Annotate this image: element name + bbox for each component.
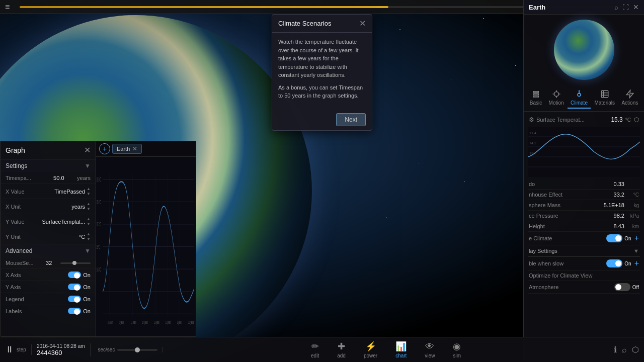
graph-labels-on-label: On <box>83 308 91 314</box>
v-atmosphere-toggle[interactable] <box>614 283 630 291</box>
graph-settings-header[interactable]: Settings ▼ <box>1 159 96 172</box>
graph-earth-tab-close-icon[interactable]: ✕ <box>132 145 137 152</box>
graph-labels-label: Labels <box>6 308 22 314</box>
right-panel-close-button[interactable]: ✕ <box>633 3 639 11</box>
panel-maximize-icon[interactable]: ⛶ <box>622 4 629 11</box>
graph-y-value-select[interactable]: SurfaceTemplat... ▲▼ <box>42 217 91 226</box>
add-label: add <box>337 353 346 358</box>
tab-actions[interactable]: Actions <box>618 87 641 109</box>
greenhouse-row: nhouse Effect 33.2 °C <box>528 190 640 200</box>
graph-y-value-label: Y Value <box>6 219 25 225</box>
graph-advanced-header[interactable]: Advanced ▼ <box>1 244 96 257</box>
tool-sim[interactable]: ◉ sim <box>449 339 465 360</box>
tab-materials[interactable]: Materials <box>591 87 618 109</box>
graph-legend-on-label: On <box>83 296 91 302</box>
tool-view[interactable]: 👁 view <box>421 339 439 360</box>
graph-x-unit-arrows[interactable]: ▲▼ <box>87 202 91 211</box>
sim-icon: ◉ <box>453 341 461 352</box>
graph-mouse-sensitivity-thumb[interactable] <box>72 261 76 265</box>
graph-mouse-sensitivity-row: MouseSe... 32 <box>1 257 96 269</box>
modal-close-button[interactable]: ✕ <box>359 19 366 28</box>
graph-title: Graph <box>6 146 25 154</box>
live-climate-add-button[interactable]: + <box>634 234 639 243</box>
graph-chart-area: + Earth ✕ <box>96 141 196 336</box>
tool-chart[interactable]: 📊 chart <box>391 339 411 360</box>
svg-rect-1 <box>601 90 608 98</box>
tool-add[interactable]: ✚ add <box>333 339 350 360</box>
surface-pressure-row: ce Pressure 98.2 kPa <box>528 211 640 221</box>
display-settings-header[interactable]: lay Settings ▼ <box>528 245 640 257</box>
graph-x-value-select[interactable]: TimePassed ▲▼ <box>54 187 91 196</box>
svg-text:1 years: 1 years <box>119 320 124 325</box>
graph-x-value-row: X Value TimePassed ▲▼ <box>1 184 96 199</box>
atmosphere-mass-value: 5.1E+18 <box>604 202 624 208</box>
climate-section: ⚙ Surface Temperat... 15.3 °C ⬡ 11.4 14.… <box>524 112 644 362</box>
greenhouse-unit: °C <box>626 192 639 198</box>
modal-next-button[interactable]: Next <box>336 113 366 126</box>
bottom-share-icon[interactable]: ⬡ <box>632 345 639 354</box>
tab-climate[interactable]: Climate <box>568 87 591 109</box>
visible-slow-add-button[interactable]: + <box>634 259 639 268</box>
graph-mouse-sensitivity-label: MouseSe... <box>6 260 34 266</box>
panel-search-icon[interactable]: ⌕ <box>614 4 618 11</box>
tool-edit[interactable]: ✏ edit <box>307 339 323 360</box>
graph-earth-tab[interactable]: Earth ✕ <box>112 144 142 154</box>
albedo-value: 0.33 <box>614 181 624 187</box>
graph-close-button[interactable]: ✕ <box>84 145 91 155</box>
atmosphere-mass-row: sphere Mass 5.1E+18 kg <box>528 200 640 211</box>
surface-temp-row: ⚙ Surface Temperat... 15.3 °C ⬡ <box>528 115 640 125</box>
scale-height-value: 8.43 <box>614 223 624 229</box>
graph-y-unit-arrows[interactable]: ▲▼ <box>87 232 91 241</box>
datetime-value: 2016-04-11 08:28 am <box>37 343 85 349</box>
graph-x-axis-toggle[interactable] <box>68 272 81 278</box>
svg-text:15°C: 15°C <box>97 244 100 250</box>
graph-y-unit-select[interactable]: °C ▲▼ <box>79 232 91 241</box>
scale-height-row: Height 8.43 km <box>528 221 640 232</box>
info-icon[interactable]: ℹ <box>614 345 617 354</box>
surface-temp-value-group: 15.3 °C <box>611 116 631 123</box>
surface-temp-settings-icon[interactable]: ⚙ <box>529 116 534 123</box>
graph-timespan-input[interactable] <box>44 175 64 181</box>
graph-labels-toggle[interactable] <box>68 308 81 314</box>
bottom-right-icons: ℹ ⌕ ⬡ <box>609 345 644 354</box>
speed-slider[interactable] <box>117 349 157 351</box>
graph-legend-row: Legend On <box>1 293 96 305</box>
graph-earth-tab-label: Earth <box>117 146 130 152</box>
graph-x-unit-label: X Unit <box>6 204 21 210</box>
graph-y-axis-toggle[interactable] <box>68 284 81 290</box>
svg-text:11.4: 11.4 <box>529 131 536 135</box>
graph-header: Graph ✕ <box>1 141 96 159</box>
graph-add-tab-button[interactable]: + <box>99 143 110 154</box>
graph-advanced-chevron-icon: ▼ <box>85 247 91 254</box>
albedo-label: do <box>529 181 614 187</box>
live-climate-label: e Climate <box>529 235 552 241</box>
edit-icon: ✏ <box>311 341 319 352</box>
svg-text:13.2: 13.2 <box>529 151 536 155</box>
svg-text:15.2°C: 15.2°C <box>97 222 101 228</box>
scale-height-unit: km <box>626 224 639 229</box>
graph-mouse-sensitivity-slider[interactable] <box>60 262 91 264</box>
modal-body-text2: As a bonus, you can set Timespan to 50 y… <box>278 83 366 100</box>
graph-x-unit-select[interactable]: years ▲▼ <box>71 202 91 211</box>
graph-y-value-arrows[interactable]: ▲▼ <box>87 217 91 226</box>
graph-legend-toggle[interactable] <box>68 296 81 302</box>
tool-power[interactable]: ⚡ power <box>360 339 381 360</box>
tab-basic[interactable]: Basic <box>527 87 545 109</box>
speed-slider-thumb[interactable] <box>135 347 140 352</box>
graph-svg-container[interactable]: 15.6°C 15.4°C 15.2°C 15°C 14.8°C 0.6 yea… <box>96 157 196 336</box>
graph-y-axis-label: Y Axis <box>6 284 21 290</box>
play-pause-button[interactable]: ⏸ <box>5 344 14 355</box>
tab-actions-label: Actions <box>621 100 638 106</box>
hamburger-menu-icon[interactable]: ≡ <box>5 3 10 12</box>
graph-x-value-arrows[interactable]: ▲▼ <box>87 187 91 196</box>
bottom-search-icon[interactable]: ⌕ <box>622 345 627 354</box>
atmosphere-mass-label: sphere Mass <box>529 202 604 208</box>
graph-y-axis-row: Y Axis On <box>1 281 96 293</box>
graph-labels-row: Labels On <box>1 305 96 317</box>
graph-mouse-sensitivity-value: 32 <box>42 260 52 266</box>
surface-temp-expand-icon[interactable]: ⬡ <box>634 116 639 123</box>
tab-motion[interactable]: Motion <box>546 87 567 109</box>
live-climate-toggle[interactable] <box>606 234 622 242</box>
earth-thumbnail <box>554 20 614 80</box>
visible-slow-toggle[interactable] <box>606 259 622 267</box>
